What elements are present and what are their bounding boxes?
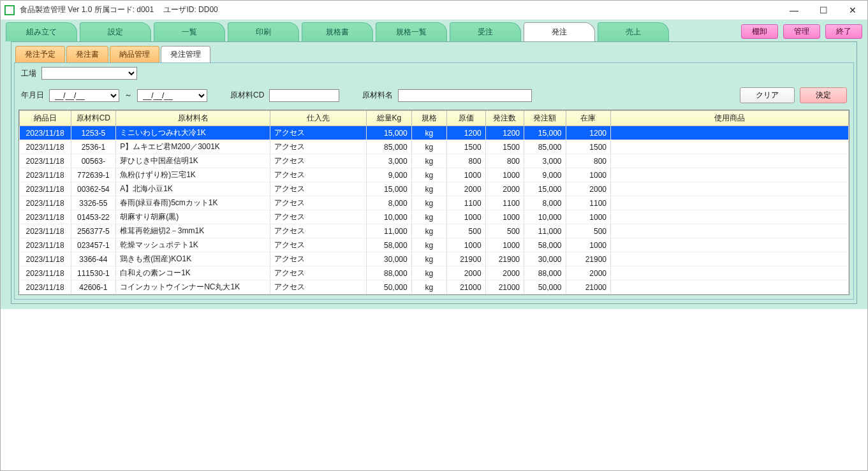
col-header-9[interactable]: 在庫 [566,111,611,126]
col-header-7[interactable]: 発注数 [485,111,524,126]
cell [611,238,849,252]
app-window: 食品製造管理 Ver 1.0 所属コード: d001 ユーザID: DD00 —… [0,0,868,471]
table-row[interactable]: 2023/11/1800362-54A】北海小豆1Kアクセス15,000kg20… [20,182,849,196]
decide-button[interactable]: 決定 [800,87,847,103]
sub-tab-0[interactable]: 発注予定 [15,46,65,62]
col-header-6[interactable]: 原価 [447,111,485,126]
cell: 21900 [485,252,524,266]
main-tab-5[interactable]: 規格一覧 [376,22,447,41]
table-row[interactable]: 2023/11/18023457-1乾燥マッシュポテト1Kアクセス58,000k… [20,238,849,252]
main-tab-1[interactable]: 設定 [80,22,151,41]
table-body: 2023/11/181253-5ミニいわしつみれ大冷1Kアクセス15,000kg… [20,126,849,294]
cell: 2023/11/18 [20,196,71,210]
order-table: 納品日原材料CD原材料名仕入先総量Kg規格原価発注数発注額在庫使用商品 2023… [19,110,849,294]
stocktake-button[interactable]: 棚卸 [741,24,778,39]
main-tab-7[interactable]: 発注 [524,22,595,41]
cell [611,252,849,266]
ingredient-name-input[interactable] [398,89,532,102]
cell: 鶏きも煮(国産)KO1K [116,252,270,266]
cell: 15,000 [367,182,412,196]
cell: 1000 [566,168,611,182]
cell: 772639-1 [71,168,116,182]
col-header-3[interactable]: 仕入先 [270,111,367,126]
cell: 8,000 [367,196,412,210]
filter-row-2: 年月日 __/__/__ ～ __/__/__ 原材料CD 原材料名 クリア 決… [15,83,853,107]
main-tab-3[interactable]: 印刷 [228,22,299,41]
cell: アクセス [270,210,367,224]
cell: アクセス [270,280,367,294]
col-header-0[interactable]: 納品日 [20,111,71,126]
cell: 1000 [566,210,611,224]
table-row[interactable]: 2023/11/1800563-芽ひじき中国産信明1Kアクセス3,000kg80… [20,154,849,168]
table-row[interactable]: 2023/11/1801453-22胡麻すり胡麻(黒)アクセス10,000kg1… [20,210,849,224]
cell: 2023/11/18 [20,182,71,196]
cell: kg [411,252,446,266]
cell: 9,000 [367,168,412,182]
col-header-2[interactable]: 原材料名 [116,111,270,126]
ing-name-label: 原材料名 [362,90,393,101]
col-header-4[interactable]: 総量Kg [367,111,412,126]
main-tab-2[interactable]: 一覧 [154,22,225,41]
cell: kg [411,224,446,238]
cell: 胡麻すり胡麻(黒) [116,210,270,224]
ing-cd-label: 原材料CD [230,90,264,101]
cell: ミニいわしつみれ大冷1K [116,126,270,140]
main-tab-8[interactable]: 売上 [598,22,669,41]
table-row[interactable]: 2023/11/181253-5ミニいわしつみれ大冷1Kアクセス15,000kg… [20,126,849,140]
cell: 50,000 [367,280,412,294]
close-button[interactable]: ✕ [838,1,867,20]
cell: 2023/11/18 [20,266,71,280]
data-grid[interactable]: 納品日原材料CD原材料名仕入先総量Kg規格原価発注数発注額在庫使用商品 2023… [18,110,850,295]
sub-tab-3[interactable]: 発注管理 [161,46,210,62]
cell: 800 [566,154,611,168]
cell: 11,000 [367,224,412,238]
cell: 58,000 [524,238,566,252]
cell: コインカットウインナーNC丸大1K [116,280,270,294]
cell: 1000 [447,238,485,252]
col-header-8[interactable]: 発注額 [524,111,566,126]
table-row[interactable]: 2023/11/182536-1P】ムキエビ君M200／3001Kアクセス85,… [20,140,849,154]
cell: 88,000 [367,266,412,280]
clear-button[interactable]: クリア [740,87,795,103]
table-row[interactable]: 2023/11/1842606-1コインカットウインナーNC丸大1Kアクセス50… [20,280,849,294]
cell: 椎茸再乾細切2－3mm1K [116,224,270,238]
cell: 00362-54 [71,182,116,196]
titlebar: 食品製造管理 Ver 1.0 所属コード: d001 ユーザID: DD00 —… [1,1,867,20]
sub-tabs: 発注予定発注書納品管理発注管理 [11,42,857,62]
cell: 023457-1 [71,238,116,252]
cell: kg [411,238,446,252]
minimize-button[interactable]: — [779,1,809,20]
sub-tab-1[interactable]: 発注書 [66,46,108,62]
admin-button[interactable]: 管理 [783,24,820,39]
table-row[interactable]: 2023/11/183326-55春雨(緑豆春雨)5cmカット1Kアクセス8,0… [20,196,849,210]
main-tab-0[interactable]: 組み立て [6,22,77,41]
table-row[interactable]: 2023/11/183366-44鶏きも煮(国産)KO1Kアクセス30,000k… [20,252,849,266]
cell: 1200 [485,126,524,140]
col-header-1[interactable]: 原材料CD [71,111,116,126]
cell: 2023/11/18 [20,140,71,154]
main-tab-6[interactable]: 受注 [450,22,521,41]
col-header-5[interactable]: 規格 [411,111,446,126]
table-row[interactable]: 2023/11/18256377-5椎茸再乾細切2－3mm1Kアクセス11,00… [20,224,849,238]
cell: 800 [485,154,524,168]
sub-tab-2[interactable]: 納品管理 [110,46,159,62]
table-header-row: 納品日原材料CD原材料名仕入先総量Kg規格原価発注数発注額在庫使用商品 [20,111,849,126]
factory-select[interactable] [41,67,137,80]
cell: アクセス [270,168,367,182]
filter-row-1: 工場 [15,63,853,83]
col-header-10[interactable]: 使用商品 [611,111,849,126]
ingredient-cd-input[interactable] [269,89,339,102]
main-tab-4[interactable]: 規格書 [302,22,373,41]
date-label: 年月日 [21,90,44,101]
date-to-select[interactable]: __/__/__ [137,89,207,102]
table-row[interactable]: 2023/11/18772639-1魚粉(けずり粉)三宅1Kアクセス9,000k… [20,168,849,182]
cell: 15,000 [524,126,566,140]
cell: 芽ひじき中国産信明1K [116,154,270,168]
exit-button[interactable]: 終了 [825,24,862,39]
date-from-select[interactable]: __/__/__ [49,89,119,102]
maximize-button[interactable]: ☐ [809,1,838,20]
cell: 2000 [447,182,485,196]
main-toolbar: 組み立て設定一覧印刷規格書規格一覧受注発注売上 棚卸 管理 終了 発注予定発注書… [1,20,867,309]
cell: kg [411,266,446,280]
table-row[interactable]: 2023/11/18111530-1白和えの素ンコー1Kアクセス88,000kg… [20,266,849,280]
